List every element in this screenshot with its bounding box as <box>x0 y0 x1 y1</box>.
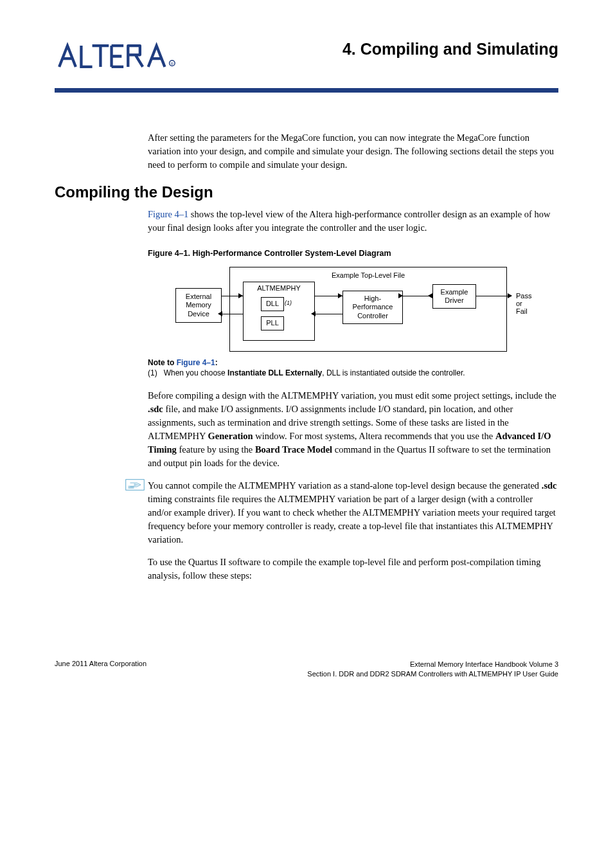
high-performance-controller-box: High- Performance Controller <box>342 291 403 324</box>
figure-note-link[interactable]: Figure 4–1 <box>177 358 215 367</box>
section1-lead-paragraph: Figure 4–1 shows the top-level view of t… <box>148 208 558 235</box>
pointing-hand-icon <box>125 479 145 491</box>
figure-note-suffix: : <box>215 358 218 367</box>
figure-ref-link[interactable]: Figure 4–1 <box>148 209 188 219</box>
example-driver-box: Example Driver <box>432 284 476 309</box>
body-paragraph-2: Before compiling a design with the ALTME… <box>148 389 558 470</box>
altera-logo: R <box>55 39 183 77</box>
page-footer: June 2011 Altera Corporation External Me… <box>55 660 558 679</box>
figure-note-prefix: Note to <box>148 358 177 367</box>
diagram-top-label: Example Top-Level File <box>230 271 506 279</box>
section1-lead-rest: shows the top-level view of the Altera h… <box>148 209 551 233</box>
note-text-b: , DLL is instantiated outside the contro… <box>322 368 465 377</box>
note-text-bold: Instantiate DLL Externally <box>227 368 322 377</box>
external-memory-box: External Memory Device <box>175 288 222 323</box>
altmemphy-title: ALTMEMPHY <box>244 284 314 293</box>
note-num: (1) <box>148 368 157 377</box>
footer-left: June 2011 Altera Corporation <box>55 660 147 679</box>
footer-right-line2: Section I. DDR and DDR2 SDRAM Controller… <box>307 669 558 679</box>
section-heading-compiling: Compiling the Design <box>55 183 558 201</box>
svg-text:R: R <box>171 62 173 66</box>
figure-note-head: Note to Figure 4–1: <box>148 358 558 367</box>
body-paragraph-3: To use the Quartus II software to compil… <box>148 556 558 583</box>
note-paragraph: You cannot compile the ALTMEMPHY variati… <box>148 479 558 547</box>
dll-box: DLL <box>261 297 284 311</box>
figure-caption: Figure 4–1. High-Performance Controller … <box>148 249 558 258</box>
figure-note-line: (1) When you choose Instantiate DLL Exte… <box>148 368 558 377</box>
dll-note-marker: (1) <box>285 300 292 306</box>
altmemphy-box: ALTMEMPHY <box>243 282 315 341</box>
pass-fail-label: Pass or Fail <box>516 292 531 315</box>
footer-right-line1: External Memory Interface Handbook Volum… <box>307 660 558 669</box>
intro-paragraph: After setting the parameters for the Meg… <box>148 131 558 172</box>
header-rule <box>55 88 558 93</box>
pll-box: PLL <box>261 316 284 330</box>
system-level-diagram: Example Top-Level File External Memory D… <box>168 267 558 352</box>
note-text-a: When you choose <box>164 368 227 377</box>
chapter-title: 4. Compiling and Simulating <box>342 40 558 59</box>
